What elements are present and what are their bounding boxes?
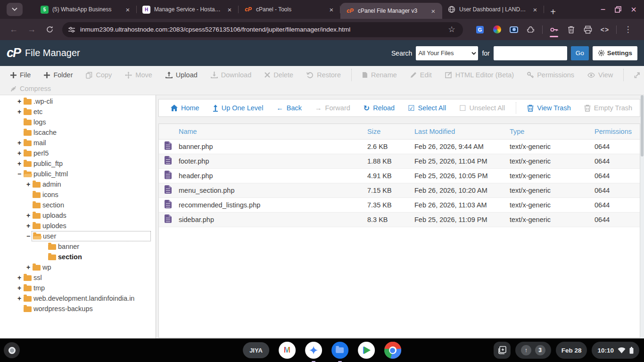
chrome-app-button[interactable] bbox=[384, 342, 401, 359]
tree-item-public-html[interactable]: −public_html bbox=[0, 169, 156, 179]
tab-search-button[interactable] bbox=[7, 3, 23, 16]
close-tab-icon[interactable]: × bbox=[225, 5, 234, 14]
table-row-recommended-listings-php[interactable]: recommended_listings.php 7.35 KB Feb 26,… bbox=[159, 197, 640, 212]
tab-file-manager-active[interactable]: cP cPanel File Manager v3 × bbox=[340, 3, 442, 19]
delete-browsing-data-icon[interactable] bbox=[564, 23, 578, 37]
tree-item-webdev-domain[interactable]: +web.development.landinfoindia.in bbox=[0, 293, 156, 304]
tab-whatsapp[interactable]: 5 (5) WhatsApp Business × bbox=[35, 0, 137, 19]
search-input[interactable] bbox=[494, 46, 567, 60]
print-icon[interactable] bbox=[581, 23, 595, 37]
tree-item-wp-cli[interactable]: +.wp-cli bbox=[0, 96, 156, 107]
move-button[interactable]: Move bbox=[119, 69, 157, 81]
reload-button[interactable]: ↻ Reload bbox=[357, 104, 401, 113]
search-go-button[interactable]: Go bbox=[571, 46, 589, 60]
tree-item-banner[interactable]: banner bbox=[0, 241, 156, 252]
developer-code-icon[interactable]: <> bbox=[598, 23, 612, 37]
expand-icon[interactable]: + bbox=[25, 181, 32, 188]
back-button[interactable]: ← Back bbox=[270, 104, 308, 112]
tree-item-user-selected[interactable]: −user bbox=[0, 231, 156, 241]
new-folder-button[interactable]: Folder bbox=[38, 69, 78, 81]
close-tab-icon[interactable]: × bbox=[531, 5, 539, 14]
files-app-button[interactable] bbox=[331, 342, 348, 359]
edit-button[interactable]: Edit bbox=[405, 69, 438, 81]
restore-button[interactable]: Restore bbox=[301, 69, 347, 81]
close-tab-icon[interactable]: × bbox=[124, 5, 132, 14]
browser-reload-icon[interactable] bbox=[42, 22, 57, 37]
expand-icon[interactable]: + bbox=[16, 284, 23, 292]
tree-item-icons[interactable]: icons bbox=[0, 189, 156, 200]
site-settings-icon[interactable] bbox=[68, 26, 75, 33]
tree-item-etc[interactable]: +etc bbox=[0, 107, 156, 117]
tab-user-dashboard[interactable]: User Dashboard | LANDINFO × bbox=[442, 0, 544, 19]
expand-icon[interactable]: + bbox=[16, 149, 23, 157]
column-header-icon[interactable] bbox=[159, 124, 177, 139]
file-name[interactable]: sidebar.php bbox=[177, 212, 365, 227]
file-name[interactable]: footer.php bbox=[177, 154, 365, 168]
permissions-button[interactable]: Permissions bbox=[521, 69, 580, 81]
close-tab-icon[interactable]: × bbox=[429, 7, 438, 15]
rename-button[interactable]: Rename bbox=[356, 69, 403, 81]
date-pill[interactable]: Feb 28 bbox=[556, 342, 587, 359]
tree-item-section-bold[interactable]: section bbox=[0, 252, 156, 262]
expand-icon[interactable]: + bbox=[16, 274, 23, 281]
table-row-header-php[interactable]: header.php 4.91 KB Feb 25, 2026, 10:05 P… bbox=[159, 168, 640, 183]
expand-icon[interactable]: + bbox=[16, 160, 23, 167]
tree-item-logs[interactable]: logs bbox=[0, 117, 156, 127]
column-header-type[interactable]: Type bbox=[508, 124, 593, 139]
table-row-banner-php[interactable]: banner.php 2.6 KB Feb 26, 2026, 9:44 AM … bbox=[159, 139, 640, 154]
tree-item-wp[interactable]: +wp bbox=[0, 262, 156, 272]
tree-item-tmp[interactable]: +tmp bbox=[0, 283, 156, 293]
expand-icon[interactable]: + bbox=[25, 263, 32, 271]
table-row-footer-php[interactable]: footer.php 1.88 KB Feb 25, 2026, 11:04 P… bbox=[159, 154, 640, 168]
settings-button[interactable]: Settings bbox=[593, 46, 637, 60]
up-one-level-button[interactable]: Up One Level bbox=[206, 104, 270, 112]
file-name[interactable]: menu_section.php bbox=[177, 183, 365, 197]
minimize-window-icon[interactable]: − bbox=[601, 5, 606, 15]
compress-button[interactable]: Compress bbox=[5, 83, 57, 94]
tree-item-lscache[interactable]: lscache bbox=[0, 127, 156, 138]
extensions-puzzle-icon[interactable] bbox=[524, 23, 538, 37]
address-bar[interactable]: inmum2309.ultrahostnode.com:2083/cpsess5… bbox=[62, 22, 463, 37]
browser-back-icon[interactable]: ← bbox=[6, 22, 21, 37]
column-header-size[interactable]: Size bbox=[365, 124, 413, 139]
download-button[interactable]: Download bbox=[205, 69, 257, 81]
url-text[interactable]: inmum2309.ultrahostnode.com:2083/cpsess5… bbox=[80, 26, 443, 33]
tree-item-mail[interactable]: +mail bbox=[0, 138, 156, 148]
screen-capture-tray-button[interactable] bbox=[494, 342, 511, 359]
new-file-button[interactable]: File bbox=[5, 69, 36, 81]
expand-icon[interactable]: + bbox=[16, 295, 23, 302]
tree-item-wordpress-backups[interactable]: wordpress-backups bbox=[0, 304, 156, 314]
expand-icon[interactable]: + bbox=[16, 139, 23, 147]
account-pill[interactable]: JIYA bbox=[243, 342, 269, 358]
table-row-menu-section-php[interactable]: menu_section.php 7.15 KB Feb 26, 2026, 1… bbox=[159, 183, 640, 197]
home-button[interactable]: Home bbox=[165, 104, 206, 112]
tree-item-perl5[interactable]: +perl5 bbox=[0, 148, 156, 158]
expand-icon[interactable]: + bbox=[25, 212, 32, 219]
new-tab-button[interactable]: + bbox=[546, 5, 560, 19]
collapse-icon[interactable]: − bbox=[16, 170, 23, 178]
tab-cpanel-tools[interactable]: cP cPanel - Tools × bbox=[239, 0, 340, 19]
launcher-button[interactable] bbox=[4, 342, 20, 358]
collapse-icon[interactable]: − bbox=[25, 232, 32, 240]
copy-button[interactable]: Copy bbox=[80, 69, 117, 81]
empty-trash-button[interactable]: Empty Trash bbox=[578, 104, 638, 112]
tree-item-admin[interactable]: +admin bbox=[0, 179, 156, 189]
html-editor-button[interactable]: HTML Editor (Beta) bbox=[439, 69, 520, 81]
delete-button[interactable]: Delete bbox=[259, 69, 299, 81]
notifications-pill[interactable]: ↑ 3 bbox=[515, 342, 551, 359]
tree-item-uploads[interactable]: +uploads bbox=[0, 210, 156, 221]
tree-item-uplodes[interactable]: +uplodes bbox=[0, 221, 156, 231]
file-name[interactable]: recommended_listings.php bbox=[177, 197, 365, 212]
status-tray[interactable]: 10:10 bbox=[592, 342, 639, 359]
view-trash-button[interactable]: View Trash bbox=[521, 104, 577, 112]
upload-button[interactable]: Upload bbox=[160, 69, 203, 81]
password-key-icon[interactable] bbox=[547, 23, 561, 37]
bookmark-star-icon[interactable]: ☆ bbox=[445, 23, 459, 37]
screen-recorder-extension-icon[interactable] bbox=[507, 23, 521, 37]
expand-icon[interactable]: + bbox=[16, 108, 23, 115]
tree-item-section[interactable]: section bbox=[0, 200, 156, 210]
file-name[interactable]: header.php bbox=[177, 168, 365, 183]
play-store-app-button[interactable] bbox=[358, 342, 375, 359]
browser-forward-icon[interactable]: → bbox=[24, 22, 39, 37]
view-button[interactable]: View bbox=[582, 69, 619, 81]
